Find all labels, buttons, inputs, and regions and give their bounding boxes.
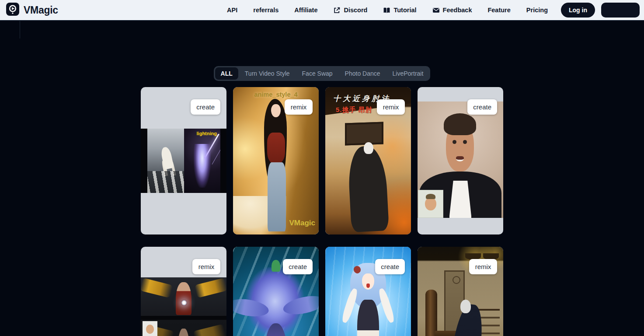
fighter-figure: [347, 145, 389, 233]
original-dance-frame: [147, 129, 184, 193]
reference-face-inset: [418, 190, 443, 218]
video-frame-top[interactable]: [141, 277, 226, 316]
lightning-caption: lightning: [197, 131, 217, 136]
tab-face-swap[interactable]: Face Swap: [296, 67, 338, 80]
mouth-shape: [366, 284, 369, 288]
jeans-shape: [268, 162, 285, 231]
sprout-shape: [272, 260, 280, 272]
white-hair-shape: [364, 142, 373, 154]
remix-button[interactable]: remix: [377, 99, 405, 115]
nav-item-feature[interactable]: Feature: [487, 7, 510, 14]
robot-arm-shape: [193, 324, 226, 336]
red-top-shape: [267, 133, 285, 164]
gallery-grid: lightning create anime_style_4 VMagic re…: [141, 87, 503, 336]
arm-shape: [377, 288, 396, 324]
gallery-card-kungfu[interactable]: 十大近身肘法 5.挑手 昂肘 remix: [325, 87, 411, 234]
technique-subtitle: 5.挑手 昂肘: [336, 106, 372, 114]
nav-item-tutorial[interactable]: Tutorial: [383, 7, 416, 14]
gallery-card-underwater[interactable]: VMagic create: [233, 247, 319, 336]
gallery-card-anime-girl[interactable]: create: [325, 247, 411, 336]
remix-button[interactable]: remix: [192, 259, 220, 274]
tab-turn-video-style[interactable]: Turn Video Style: [239, 67, 296, 80]
dancer-figure: [160, 146, 174, 169]
filter-tabs-wrapper: ALL Turn Video Style Face Swap Photo Dan…: [0, 66, 644, 81]
tab-photo-dance[interactable]: Photo Dance: [339, 67, 386, 80]
book-icon: [383, 7, 390, 14]
brand-logo[interactable]: VMagic: [6, 3, 58, 18]
nav-links: API referrals Affiliate Discord: [227, 7, 548, 14]
vmagic-watermark: VMagic: [289, 219, 315, 228]
outfit-shape: [357, 300, 379, 336]
gallery-card-faceswap-portrait[interactable]: create: [418, 87, 503, 234]
remix-button[interactable]: remix: [285, 99, 313, 115]
wooden-dummy-shape: [425, 290, 437, 336]
white-hair-shape: [460, 300, 471, 313]
create-button[interactable]: create: [467, 99, 497, 115]
armored-figure: [176, 282, 191, 315]
tab-liveportrait[interactable]: LivePortrait: [387, 67, 429, 80]
gallery-card-anime-style[interactable]: anime_style_4 VMagic remix: [233, 87, 319, 234]
anime-dance-frame: lightning: [184, 129, 220, 193]
style-label: anime_style_4: [233, 91, 319, 98]
robot-arm-shape: [195, 278, 226, 298]
create-button[interactable]: create: [283, 259, 313, 274]
remix-button[interactable]: remix: [469, 259, 497, 274]
nav-item-feedback[interactable]: Feedback: [432, 7, 472, 14]
external-link-icon: [333, 7, 341, 14]
create-button[interactable]: create: [375, 259, 405, 274]
brand-name: VMagic: [24, 4, 58, 16]
inset-face-shape: [146, 325, 154, 334]
reference-face-inset: [143, 321, 157, 336]
nav-item-referrals[interactable]: referrals: [253, 7, 278, 14]
left-edge-tick: [20, 21, 20, 38]
nav-item-pricing[interactable]: Pricing: [526, 7, 548, 14]
gallery-card-wooden-dummy[interactable]: remix: [418, 247, 503, 336]
filter-tabs: ALL Turn Video Style Face Swap Photo Dan…: [214, 66, 431, 81]
face-shape: [271, 104, 281, 117]
create-button[interactable]: create: [191, 99, 220, 115]
blank-dark-button[interactable]: [601, 3, 640, 18]
tab-all[interactable]: ALL: [215, 67, 238, 80]
frame-divider: [141, 316, 226, 320]
gallery-card-dance-compare[interactable]: lightning create: [141, 87, 226, 234]
play-device-icon: [6, 3, 19, 18]
login-button[interactable]: Log in: [561, 3, 595, 18]
nav-item-affiliate[interactable]: Affiliate: [294, 7, 317, 14]
top-navbar: VMagic API referrals Affiliate Discord: [0, 0, 644, 21]
wall-frame-shape: [345, 122, 383, 145]
dummy-arm-shape: [435, 331, 457, 336]
crosswalk-floor: [147, 171, 184, 193]
arm-shape: [341, 288, 359, 324]
eye-shape: [463, 140, 467, 144]
robot-arm-shape: [141, 278, 173, 298]
armored-figure: [176, 329, 191, 336]
nav-item-api[interactable]: API: [227, 7, 237, 14]
inset-face-shape: [425, 197, 436, 210]
envelope-icon: [432, 7, 440, 14]
hair-shape: [444, 113, 476, 136]
gallery-card-ironman-faceswap[interactable]: remix: [141, 247, 226, 336]
nav-item-discord[interactable]: Discord: [333, 7, 367, 14]
inset-hair-shape: [426, 194, 435, 199]
video-thumbnail[interactable]: lightning: [141, 129, 226, 193]
